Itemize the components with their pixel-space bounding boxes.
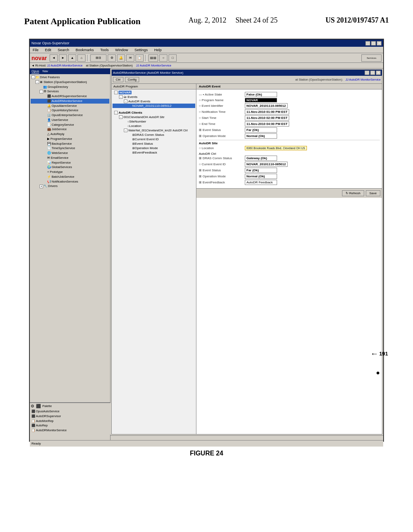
- tree-report-service[interactable]: 📊 ReportService: [31, 160, 109, 165]
- right-scrollbar-area: [111, 435, 383, 440]
- rtree-autodr-events[interactable]: - AutoDR Events: [113, 99, 195, 104]
- tree-batch-job[interactable]: ⚡ BatchJobService: [31, 175, 109, 179]
- menu-window[interactable]: Window: [114, 48, 129, 52]
- tree-backup-service[interactable]: 💾 BackupService: [31, 141, 109, 146]
- rtree-cleveland[interactable]: - 001ClevelandOH AutoDR Site: [113, 115, 195, 119]
- menu-file[interactable]: File: [31, 48, 40, 52]
- tree-group-directory[interactable]: 👥 GroupDirectory: [31, 85, 109, 89]
- menu-help[interactable]: Help: [153, 48, 163, 52]
- view-btn-2[interactable]: ○: [159, 54, 167, 62]
- annotation-number: 191: [379, 351, 388, 357]
- tree-autodr-supervisor[interactable]: ⬛ AutoDRSupervisorService: [31, 94, 109, 99]
- rtree-location[interactable]: ○ Location: [113, 124, 195, 128]
- tree-global-services[interactable]: 🌍 GlobalServices: [31, 165, 109, 170]
- tree-services[interactable]: - ⚙ Services: [31, 89, 109, 94]
- rtree-site-number[interactable]: ○ SiteNumber: [113, 119, 195, 124]
- tree-web-service[interactable]: 🌐 WebService: [31, 151, 109, 156]
- divider-1: [199, 140, 380, 140]
- tree-drivers[interactable]: + 🔧 Drivers: [31, 184, 109, 189]
- inner-tab-ctrl[interactable]: Ctrl: [113, 77, 123, 82]
- tree-user-service[interactable]: 👤 UserService: [31, 118, 109, 123]
- expand-drivers[interactable]: +: [40, 185, 43, 188]
- rtree-event-status-node[interactable]: ⊞ Event Status: [113, 141, 195, 146]
- expand-station[interactable]: -: [35, 80, 39, 84]
- inner-close[interactable]: ✕: [376, 71, 381, 75]
- tree-drive-features[interactable]: - 📁 Drive Features: [31, 75, 109, 80]
- forward-button[interactable]: ►: [59, 54, 67, 62]
- tree-category-service[interactable]: 📑 CategoryService: [31, 123, 109, 127]
- opus-tab[interactable]: Opus: [31, 69, 39, 73]
- nav-btn-5[interactable]: 📋: [136, 54, 144, 62]
- expand-novar[interactable]: -: [114, 91, 118, 94]
- nav-station: at Station (OpusSupervisorStation): [86, 64, 133, 67]
- back-button[interactable]: ◄: [50, 54, 58, 62]
- services-btn[interactable]: Services: [361, 54, 382, 62]
- inner-maximize[interactable]: □: [370, 71, 375, 75]
- tree-opus-history[interactable]: 📋 OpusHistoryService: [31, 108, 109, 113]
- tree-opus-alarm[interactable]: 🔔 OpusAlarmService: [31, 104, 109, 108]
- menu-settings[interactable]: Settings: [133, 48, 149, 52]
- inner-title-bar: AutoDRMonitorService (AutoDR Monitor Ser…: [112, 70, 382, 76]
- tree-timesync-service[interactable]: 🕐 TimeSyncService: [31, 146, 109, 151]
- nav-bar: ◄ Ri-Host: JJ AutoDR-MonitorService at S…: [30, 63, 383, 69]
- expand-waternet[interactable]: -: [124, 129, 127, 132]
- expand-autodr-events[interactable]: -: [124, 100, 127, 103]
- tree-email-service[interactable]: ✉ EmailService: [31, 156, 109, 160]
- nav-tab[interactable]: Nav: [42, 69, 48, 73]
- location-label-detail: ○ Location: [199, 146, 243, 150]
- save-button[interactable]: Save: [366, 190, 380, 196]
- menu-edit[interactable]: Edit: [44, 48, 53, 52]
- close-button[interactable]: ✕: [377, 41, 382, 46]
- tree-station[interactable]: - 🖥 Station (OpusSupervisorStation): [31, 80, 109, 85]
- palette-item-5[interactable]: 📋 AutoDRMonitorService: [31, 428, 110, 433]
- refresh-button[interactable]: ↻ Refresh: [342, 190, 364, 196]
- menu-bookmarks[interactable]: Bookmarks: [75, 48, 95, 52]
- minimize-button[interactable]: _: [365, 41, 370, 46]
- nav-btn-3[interactable]: 🔔: [117, 54, 125, 62]
- software-window: Novar Opus-Supervisor _ □ ✕ File Edit Se…: [29, 39, 384, 442]
- view-btn-1[interactable]: ▤▤: [148, 54, 158, 62]
- tree-auto-reply[interactable]: △ AutoReply: [31, 132, 109, 137]
- prop-event-id: ○ Event Identifier NOVAR_20101110-085012: [199, 103, 380, 108]
- rtree-operation-mode-node[interactable]: ⊞ Operation Mode: [113, 146, 195, 150]
- rtree-clients-section[interactable]: - AutoDR Clients: [113, 110, 195, 115]
- tree-job-service[interactable]: 💼 JobService: [31, 127, 109, 132]
- expand-drive-features[interactable]: -: [31, 75, 35, 79]
- palette-item-1[interactable]: ⬛ OpusAutoService: [31, 409, 110, 414]
- expand-events[interactable]: -: [119, 95, 123, 99]
- nav-btn-4[interactable]: ✉: [126, 54, 134, 62]
- nav-btn-2[interactable]: ⚙: [108, 54, 116, 62]
- event-id-value: NOVAR_20101110-085012: [245, 103, 288, 108]
- inner-content-split: AutoDR Program - NOVAR: [112, 84, 382, 434]
- rtree-dras-comm[interactable]: ⊞ DRAS Comm Status: [113, 133, 195, 137]
- maximize-button[interactable]: □: [371, 41, 376, 46]
- rtree-event-feedback-node[interactable]: ⊞ EventFeedback: [113, 150, 195, 155]
- expand-services[interactable]: -: [40, 90, 43, 94]
- palette-item-3[interactable]: 📋 AutoMonRep: [31, 419, 110, 424]
- rtree-events[interactable]: - 🗂 Events: [113, 95, 195, 99]
- home-button[interactable]: ⌂: [77, 54, 86, 62]
- tree-program-service[interactable]: ▶ ProgramService: [31, 137, 109, 141]
- palette-item-2[interactable]: ⬛ AutoDRSupervisor: [31, 414, 110, 419]
- rtree-event-item[interactable]: NOVAR_20101110-085012: [113, 104, 195, 108]
- inner-tab-config[interactable]: Config: [125, 77, 140, 82]
- tree-autodr-monitor[interactable]: ⬛ AutoDRMonitorService: [31, 99, 109, 104]
- autodr-events-label: AutoDR Events: [128, 100, 150, 103]
- operation-mode-label-detail: ⊞ Operation Mode: [199, 134, 243, 138]
- view-btn-3[interactable]: □: [169, 54, 177, 62]
- expand-clients[interactable]: -: [114, 111, 118, 114]
- inner-minimize[interactable]: _: [365, 71, 369, 75]
- rtree-novar[interactable]: - NOVAR: [113, 90, 195, 95]
- expand-cleveland[interactable]: -: [119, 115, 123, 119]
- tree-prototype[interactable]: + Prototype: [31, 170, 109, 175]
- tree-opus-enterprise[interactable]: 🏢 OpusEnterpriseService: [31, 113, 109, 118]
- tree-item-label: AutoReply: [50, 132, 65, 136]
- rtree-current-event-id[interactable]: ⊞ Current Event ID: [113, 137, 195, 141]
- palette-item-4[interactable]: ⬛ AutoRep: [31, 423, 110, 428]
- menu-search[interactable]: Search: [56, 48, 71, 52]
- rtree-waternet[interactable]: - WaterNet_001ClevelandOH_km20 AutoDR Ct…: [113, 128, 195, 133]
- menu-tools[interactable]: Tools: [99, 48, 110, 52]
- tree-notification[interactable]: 📢 NotificationServices: [31, 179, 109, 184]
- nav-btn-1[interactable]: ⊞⊟: [90, 54, 106, 62]
- up-button[interactable]: ▲: [68, 54, 76, 62]
